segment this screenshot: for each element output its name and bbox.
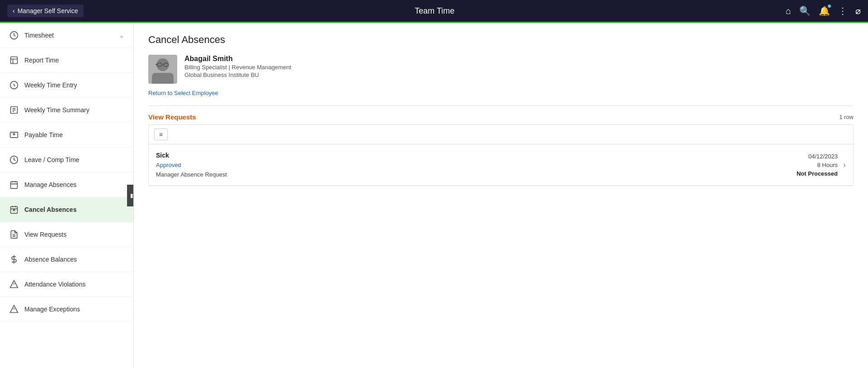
employee-name: Abagail Smith <box>184 55 291 63</box>
table-row[interactable]: Sick Approved Manager Absence Request 04… <box>149 144 853 186</box>
divider <box>148 105 854 106</box>
bell-icon[interactable]: 🔔 <box>819 5 830 16</box>
sidebar-label-leave-comp-time: Leave / Comp Time <box>24 156 79 163</box>
home-icon[interactable]: ⌂ <box>786 6 791 16</box>
employee-info: Abagail Smith Billing Specialist | Reven… <box>184 55 291 78</box>
sidebar-item-absence-balances[interactable]: Absence Balances <box>0 247 133 272</box>
chevron-icon: ⌄ <box>119 32 124 39</box>
back-icon: ‹ <box>13 7 15 14</box>
content-area: Cancel Absences Abagail Smith Billing Sp… <box>134 23 868 368</box>
sidebar-label-cancel-absences: Cancel Absences <box>24 206 76 213</box>
weekly-entry-icon <box>9 80 19 90</box>
request-date: 04/12/2023 <box>808 153 838 160</box>
svg-rect-1 <box>11 57 18 64</box>
requests-table: ≡ Sick Approved Manager Absence Request … <box>148 124 854 186</box>
sidebar-label-weekly-time-entry: Weekly Time Entry <box>24 81 77 89</box>
search-icon[interactable]: 🔍 <box>799 5 811 16</box>
request-description: Manager Absence Request <box>156 171 227 178</box>
sidebar-label-payable-time: Payable Time <box>24 131 63 139</box>
collapse-icon: ▮▮ <box>130 192 134 199</box>
table-toolbar: ≡ <box>149 125 853 144</box>
request-processed: Not Processed <box>797 170 838 177</box>
sidebar-label-timesheet: Timesheet <box>24 32 54 39</box>
filter-icon: ≡ <box>159 131 163 138</box>
sidebar-item-attendance-violations[interactable]: Attendance Violations <box>0 272 133 297</box>
row-inner: Sick Approved Manager Absence Request 04… <box>156 152 838 178</box>
cancel-absences-icon <box>9 205 19 215</box>
employee-card: Abagail Smith Billing Specialist | Reven… <box>148 55 854 84</box>
sidebar-label-manage-absences: Manage Absences <box>24 181 76 188</box>
view-requests-header: View Requests 1 row <box>148 113 854 121</box>
sidebar-label-attendance-violations: Attendance Violations <box>24 281 85 288</box>
block-icon[interactable]: ⌀ <box>855 5 861 16</box>
page-title: Cancel Absences <box>148 34 854 46</box>
request-type: Sick <box>156 152 227 159</box>
attendance-violations-icon <box>9 279 19 289</box>
report-time-icon <box>9 55 19 65</box>
page-header-title: Team Time <box>415 6 454 16</box>
manage-exceptions-icon <box>9 304 19 314</box>
section-title: View Requests <box>148 113 196 121</box>
payable-time-icon <box>9 130 19 140</box>
sidebar-item-cancel-absences[interactable]: Cancel Absences <box>0 197 133 222</box>
top-nav: ‹ Manager Self Service Team Time ⌂ 🔍 🔔 ⋮… <box>0 0 868 22</box>
sidebar-item-report-time[interactable]: Report Time <box>0 48 133 73</box>
svg-rect-6 <box>11 182 18 188</box>
request-right: 04/12/2023 8 Hours Not Processed <box>765 153 838 177</box>
nav-left: ‹ Manager Self Service <box>7 5 84 17</box>
employee-title: Billing Specialist | Revenue Management <box>184 64 291 71</box>
sidebar-item-weekly-time-entry[interactable]: Weekly Time Entry <box>0 73 133 98</box>
sidebar-item-timesheet[interactable]: Timesheet ⌄ <box>0 23 133 48</box>
sidebar-item-payable-time[interactable]: Payable Time <box>0 123 133 148</box>
filter-button[interactable]: ≡ <box>154 129 168 140</box>
svg-line-24 <box>156 64 157 65</box>
sidebar-collapse-button[interactable]: ▮▮ <box>127 185 134 206</box>
sidebar: Timesheet ⌄ Report Time Weekly Time Entr… <box>0 23 134 368</box>
request-status: Approved <box>156 162 227 168</box>
row-chevron-icon: › <box>843 160 846 170</box>
employee-department: Global Business Institute BU <box>184 72 291 78</box>
sidebar-item-view-requests[interactable]: View Requests <box>0 222 133 247</box>
avatar <box>148 55 177 84</box>
svg-rect-20 <box>152 73 174 84</box>
sidebar-label-report-time: Report Time <box>24 57 59 64</box>
absence-balances-icon <box>9 254 19 264</box>
manage-absences-icon <box>9 180 19 190</box>
sidebar-label-manage-exceptions: Manage Exceptions <box>24 306 80 313</box>
sidebar-item-manage-exceptions[interactable]: Manage Exceptions <box>0 297 133 322</box>
weekly-summary-icon <box>9 105 19 115</box>
main-layout: Timesheet ⌄ Report Time Weekly Time Entr… <box>0 23 868 368</box>
sidebar-item-weekly-time-summary[interactable]: Weekly Time Summary <box>0 98 133 123</box>
view-requests-icon <box>9 229 19 239</box>
more-icon[interactable]: ⋮ <box>838 5 847 16</box>
back-label: Manager Self Service <box>18 7 78 14</box>
sidebar-item-manage-absences[interactable]: Manage Absences <box>0 172 133 197</box>
nav-right: ⌂ 🔍 🔔 ⋮ ⌀ <box>786 5 861 16</box>
back-button[interactable]: ‹ Manager Self Service <box>7 5 84 17</box>
leave-comp-icon <box>9 155 19 165</box>
request-left: Sick Approved Manager Absence Request <box>156 152 227 178</box>
sidebar-label-absence-balances: Absence Balances <box>24 256 77 263</box>
sidebar-label-view-requests: View Requests <box>24 231 66 238</box>
avatar-image <box>148 55 177 84</box>
request-hours: 8 Hours <box>817 162 838 168</box>
timesheet-icon <box>9 30 19 40</box>
return-link[interactable]: Return to Select Employee <box>148 90 218 96</box>
row-count: 1 row <box>839 114 854 120</box>
sidebar-item-leave-comp-time[interactable]: Leave / Comp Time <box>0 148 133 172</box>
sidebar-label-weekly-time-summary: Weekly Time Summary <box>24 106 90 114</box>
